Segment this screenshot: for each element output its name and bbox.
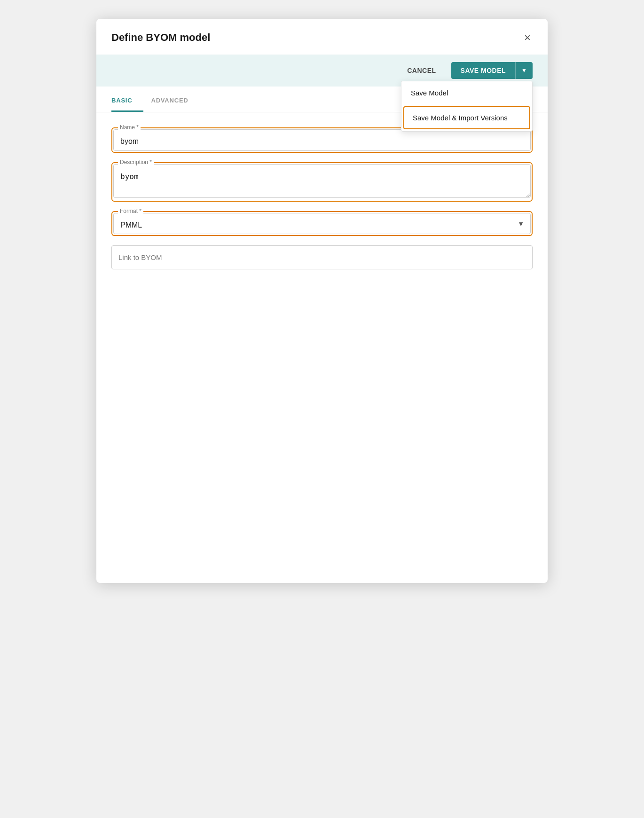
modal-header: Define BYOM model × [96, 19, 548, 55]
name-label: Name * [118, 124, 141, 131]
dropdown-item-save-model[interactable]: Save Model [401, 81, 532, 104]
description-field-inner: Description * byom [113, 164, 531, 200]
name-field-inner: Name * [113, 129, 531, 151]
link-input[interactable] [111, 245, 533, 269]
dropdown-item-label-2: Save Model & Import Versions [413, 114, 508, 122]
modal: Define BYOM model × CANCEL SAVE MODEL ▼ … [96, 19, 548, 583]
format-label: Format * [118, 208, 143, 214]
cancel-button[interactable]: CANCEL [400, 62, 443, 79]
form-body: Name * Description * byom Format * PMML … [96, 112, 548, 284]
modal-title: Define BYOM model [111, 31, 210, 44]
format-select[interactable]: PMML ONNX Scikit-learn TensorFlow [113, 213, 531, 234]
save-model-btn-group: SAVE MODEL ▼ Save Model Save Model & Imp… [451, 62, 533, 79]
description-input[interactable]: byom [113, 164, 531, 198]
tab-basic[interactable]: BASIC [111, 90, 143, 112]
chevron-down-icon: ▼ [521, 67, 527, 74]
format-select-wrapper: PMML ONNX Scikit-learn TensorFlow ▼ [113, 213, 531, 234]
dropdown-item-save-import[interactable]: Save Model & Import Versions [403, 106, 530, 129]
toolbar: CANCEL SAVE MODEL ▼ Save Model Save Mode… [96, 55, 548, 87]
link-field-group [111, 245, 533, 269]
save-model-dropdown-menu: Save Model Save Model & Import Versions [401, 81, 533, 132]
close-button[interactable]: × [522, 30, 533, 45]
description-field-group: Description * byom [111, 162, 533, 202]
format-field-inner: Format * PMML ONNX Scikit-learn TensorFl… [113, 213, 531, 234]
format-field-group: Format * PMML ONNX Scikit-learn TensorFl… [111, 211, 533, 236]
description-label: Description * [118, 159, 154, 165]
tab-advanced[interactable]: ADVANCED [151, 90, 199, 112]
name-input[interactable] [113, 129, 531, 151]
save-model-button[interactable]: SAVE MODEL [451, 62, 516, 79]
save-model-dropdown-toggle[interactable]: ▼ [515, 62, 533, 79]
dropdown-item-label: Save Model [411, 89, 448, 97]
